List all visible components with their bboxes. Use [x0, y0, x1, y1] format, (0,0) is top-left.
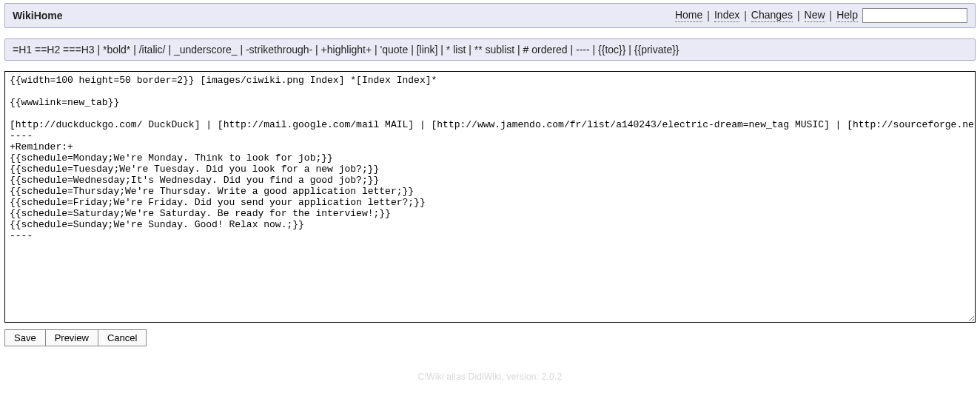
nav-help[interactable]: Help: [836, 9, 858, 22]
syntax-hint-text: =H1 ==H2 ===H3 | *bold* | /italic/ | _un…: [13, 44, 679, 56]
nav-sep: |: [744, 10, 747, 21]
nav-sep: |: [707, 10, 710, 21]
nav-home[interactable]: Home: [675, 9, 702, 22]
footer-text: CiWiki alias DidiWiki, version: 2.0.2: [4, 372, 976, 382]
search-input[interactable]: [862, 8, 967, 23]
wiki-editor[interactable]: [4, 71, 976, 323]
save-button[interactable]: Save: [4, 329, 46, 346]
button-row: Save Preview Cancel: [4, 329, 976, 346]
nav-new[interactable]: New: [805, 9, 825, 22]
header-nav: Home | Index | Changes | New | Help: [675, 8, 967, 23]
cancel-button[interactable]: Cancel: [98, 329, 147, 346]
nav-sep: |: [830, 10, 833, 21]
header-bar: WikiHome Home | Index | Changes | New | …: [4, 3, 976, 28]
page-title: WikiHome: [13, 10, 63, 21]
nav-index[interactable]: Index: [714, 9, 739, 22]
editor-wrap: [4, 71, 976, 325]
nav-sep: |: [797, 10, 800, 21]
preview-button[interactable]: Preview: [45, 329, 98, 346]
nav-changes[interactable]: Changes: [751, 9, 793, 22]
syntax-hint-bar: =H1 ==H2 ===H3 | *bold* | /italic/ | _un…: [4, 38, 976, 61]
